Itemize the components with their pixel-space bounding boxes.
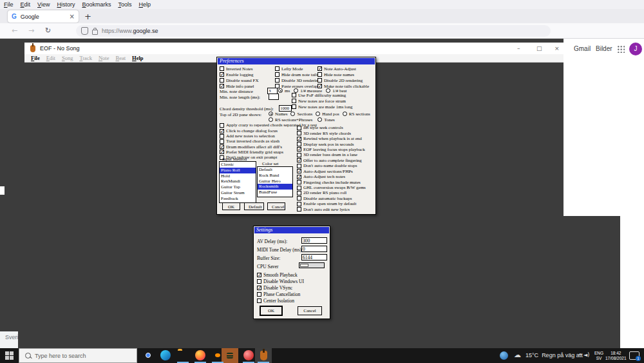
reload-icon[interactable]: ↻ — [45, 26, 51, 35]
list-item[interactable]: Piano Roll — [220, 168, 256, 173]
setting-checkbox-row[interactable]: Smooth Playback — [257, 271, 304, 278]
list-item[interactable]: RexMundi — [220, 179, 256, 184]
list-item[interactable]: Hold — [220, 173, 256, 179]
preference-checkbox-row[interactable]: New notes are made 1ms long — [292, 104, 353, 110]
preference-checkbox-row[interactable]: Use FoF difficulty naming — [292, 92, 353, 98]
gmail-link[interactable]: Gmail — [574, 45, 591, 52]
preference-checkbox-row[interactable]: Note Auto-Adjust — [317, 66, 369, 72]
setting-checkbox-row[interactable]: Disable VSync — [257, 284, 304, 291]
preference-checkbox-row[interactable]: 3D render bass drum in a lane — [297, 152, 366, 157]
firefox-icon[interactable] — [195, 350, 205, 360]
tray-chevron-up-icon[interactable]: ^ — [578, 353, 583, 359]
preference-checkbox-row[interactable]: Enable logging — [220, 72, 259, 77]
radio-icon[interactable] — [290, 112, 295, 116]
checkbox-icon[interactable] — [297, 196, 301, 201]
shield-icon[interactable] — [81, 27, 88, 35]
checkbox-icon[interactable] — [220, 150, 224, 154]
speaker-icon[interactable]: ◄) — [583, 352, 589, 358]
settings-title[interactable]: Settings — [254, 227, 329, 233]
checkbox-icon[interactable] — [257, 279, 261, 284]
url-bar[interactable]: https://www.google.se — [76, 25, 551, 37]
radio-option[interactable]: RS sections — [343, 111, 370, 117]
new-tab-button[interactable]: + — [84, 12, 91, 21]
eof-menu-item[interactable]: Help — [132, 55, 144, 61]
list-item[interactable]: Classic — [220, 162, 256, 168]
checkbox-icon[interactable] — [220, 123, 224, 128]
language-indicator[interactable]: ENGSV — [594, 351, 603, 360]
preference-checkbox-row[interactable]: Hide note names — [317, 72, 369, 77]
checkbox-icon[interactable] — [297, 186, 301, 190]
checkbox-icon[interactable] — [220, 129, 224, 133]
default-button[interactable]: Default — [244, 202, 264, 210]
preference-checkbox-row[interactable]: Inverted Notes — [220, 66, 259, 72]
min-note-length-field[interactable] — [269, 93, 279, 100]
browser-menu-view[interactable]: View — [37, 1, 50, 8]
eof-menu-item[interactable]: Note — [99, 55, 109, 61]
checkbox-icon[interactable] — [297, 158, 301, 162]
checkbox-icon[interactable] — [297, 175, 301, 179]
preference-checkbox-row[interactable]: Hide info panel — [220, 83, 259, 89]
checkbox-icon[interactable] — [275, 72, 279, 77]
preference-checkbox-row[interactable]: EOF leaving focus stops playback — [297, 147, 366, 152]
preference-checkbox-row[interactable]: Click to change dialog focus — [220, 128, 283, 133]
preference-checkbox-row[interactable]: Don't auto edit new lyrics — [297, 207, 366, 212]
checkbox-icon[interactable] — [292, 93, 296, 97]
radio-icon[interactable] — [317, 117, 322, 122]
checkbox-icon[interactable] — [275, 66, 279, 71]
checkbox-icon[interactable] — [257, 273, 261, 277]
checkbox-icon[interactable] — [317, 72, 322, 77]
setting-checkbox-row[interactable]: Center Isolation — [257, 297, 304, 304]
close-icon[interactable]: × — [554, 45, 560, 52]
lock-icon[interactable] — [92, 30, 98, 35]
setting-checkbox-row[interactable]: Disable Windows UI — [257, 278, 304, 284]
list-item[interactable]: Guitar Strum — [220, 190, 256, 196]
checkbox-icon[interactable] — [275, 78, 279, 83]
checkbox-icon[interactable] — [297, 207, 301, 211]
preference-checkbox-row[interactable]: Lefty Mode — [275, 66, 320, 72]
radio-icon[interactable] — [316, 112, 320, 116]
preferences-title[interactable]: Preferences — [218, 58, 375, 64]
slider-handle[interactable] — [300, 264, 308, 267]
list-item[interactable]: Feedback — [220, 196, 256, 202]
checkbox-icon[interactable] — [292, 104, 296, 109]
browser-menu-file[interactable]: File — [4, 1, 14, 8]
radio-icon[interactable] — [269, 112, 273, 116]
checkbox-icon[interactable] — [297, 202, 301, 206]
preference-checkbox-row[interactable]: Add new notes to selection — [220, 133, 283, 139]
cpu-saver-slider[interactable] — [299, 262, 325, 268]
preference-checkbox-row[interactable]: Don't auto-name double stops — [297, 163, 366, 168]
list-item[interactable]: Rock Band — [258, 173, 292, 179]
preference-checkbox-row[interactable]: Auto-Adjust sections/FHPs — [297, 169, 366, 174]
cancel-button[interactable]: Cancel — [267, 202, 285, 210]
forward-icon[interactable]: → — [28, 26, 34, 35]
preference-checkbox-row[interactable]: Treat inverted chords as slash — [220, 139, 283, 144]
checkbox-icon[interactable] — [317, 78, 322, 83]
checkbox-icon[interactable] — [297, 164, 301, 168]
radio-icon[interactable] — [269, 117, 273, 122]
checkbox-icon[interactable] — [297, 137, 301, 141]
preference-checkbox-row[interactable]: Offer to auto complete fingering — [297, 158, 366, 163]
checkbox-icon[interactable] — [292, 99, 296, 103]
radio-option[interactable]: Sections — [290, 111, 312, 117]
checkbox-icon[interactable] — [297, 131, 301, 135]
notification-center-icon[interactable]: 1 — [629, 351, 639, 360]
taskbar-search[interactable]: Type here to search — [19, 348, 137, 363]
start-button-icon[interactable] — [5, 351, 14, 360]
radio-option[interactable]: Names — [269, 111, 287, 117]
checkbox-icon[interactable] — [220, 144, 224, 149]
browser-menu-history[interactable]: History — [57, 1, 75, 8]
radio-option[interactable]: Tones — [317, 117, 335, 123]
preference-checkbox-row[interactable]: Disable sound FX — [220, 77, 259, 83]
clock[interactable]: 18:4217/08/2021 — [605, 351, 627, 360]
radio-icon[interactable] — [278, 88, 283, 93]
checkbox-icon[interactable] — [257, 286, 261, 290]
ok-button[interactable]: OK — [260, 306, 282, 315]
weather-cloud-icon[interactable]: ☁ — [514, 351, 521, 359]
checkbox-icon[interactable] — [297, 126, 301, 130]
ok-button[interactable]: OK — [222, 202, 240, 210]
checkbox-icon[interactable] — [297, 180, 301, 184]
checkbox-icon[interactable] — [220, 139, 224, 144]
eof-menu-item[interactable]: Track — [79, 55, 92, 61]
checkbox-icon[interactable] — [220, 78, 224, 83]
preference-checkbox-row[interactable]: Auto-Adjust tech notes — [297, 174, 366, 179]
